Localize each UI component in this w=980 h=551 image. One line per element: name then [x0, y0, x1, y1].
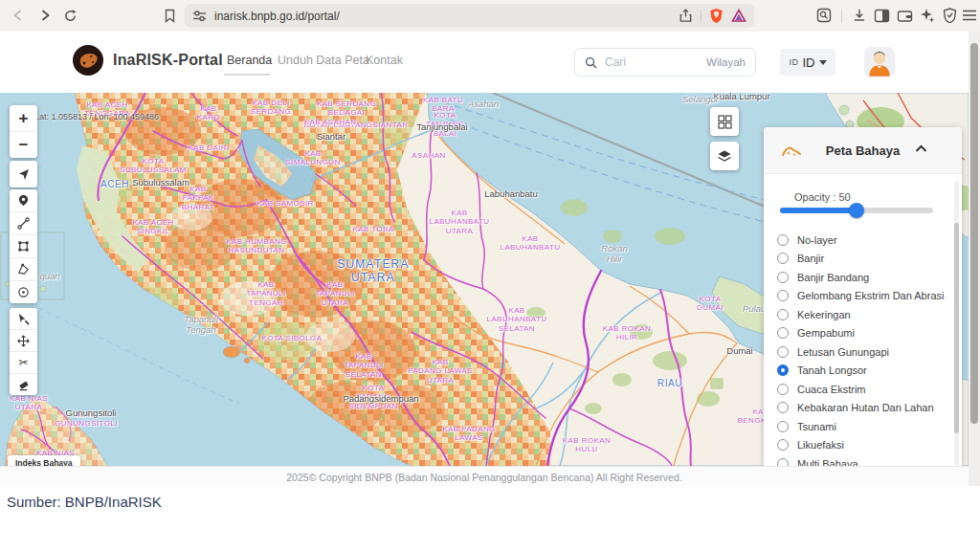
hazard-option-label: Cuaca Ekstrim — [797, 384, 866, 395]
nav-active-underline — [224, 74, 270, 76]
hazard-option-gelombang-ekstrim-dan-abrasi[interactable]: Gelombang Ekstrim Dan Abrasi — [777, 287, 949, 306]
hazard-option-label: Banjir — [797, 253, 824, 264]
opacity-label: Opacity : 50 — [794, 191, 851, 203]
locate-group — [10, 161, 37, 187]
locate-button[interactable] — [10, 161, 37, 187]
radio-icon[interactable] — [777, 346, 789, 358]
chevron-down-icon — [819, 60, 827, 65]
sidebar-icon[interactable] — [869, 3, 894, 28]
browser-toolbar: inarisk.bnpb.go.id/portal/ — [0, 0, 980, 33]
zoom-out-button[interactable]: − — [10, 132, 37, 158]
hazard-option-gempabumi[interactable]: Gempabumi — [777, 324, 949, 343]
hazard-option-kekeringan[interactable]: Kekeringan — [777, 305, 949, 324]
search-icon — [585, 56, 597, 69]
language-value: ID — [803, 55, 815, 70]
hazard-option-no-layer[interactable]: No-layer — [777, 231, 949, 250]
source-caption: Sumber: BNPB/InaRISK — [7, 494, 162, 510]
basemap-gallery-button[interactable] — [710, 107, 739, 136]
rectangle-tool-button[interactable] — [10, 235, 37, 258]
hazard-option-label: No-layer — [797, 234, 837, 246]
brave-shield-icon[interactable] — [709, 8, 724, 24]
radio-icon[interactable] — [777, 458, 789, 466]
back-icon[interactable] — [6, 3, 31, 28]
nav-beranda[interactable]: Beranda — [227, 54, 272, 67]
move-icon — [17, 335, 30, 347]
page: { "browser": { "url": "inarisk.bnpb.go.i… — [0, 0, 980, 551]
panel-title: Peta Bahaya — [764, 143, 962, 158]
caption-area: Sumber: BNPB/InaRISK — [0, 486, 980, 551]
hazard-option-banjir-bandang[interactable]: Banjir Bandang — [777, 268, 949, 287]
brave-rewards-icon[interactable] — [731, 9, 746, 23]
radio-icon[interactable] — [777, 439, 789, 451]
hazard-option-tsunami[interactable]: Tsunami — [777, 417, 949, 436]
polygon-tool-button[interactable] — [10, 258, 37, 281]
hazard-option-banjir[interactable]: Banjir — [777, 250, 949, 269]
page-footer: 2025© Copyright BNPB (Badan Nasional Pen… — [0, 466, 969, 487]
marker-tool-button[interactable] — [10, 189, 37, 212]
avatar[interactable] — [864, 47, 895, 77]
measure-line-tool-button[interactable] — [10, 212, 37, 235]
zoom-controls: + − — [10, 105, 37, 158]
search-tab-icon[interactable] — [812, 3, 836, 28]
opacity-slider[interactable] — [780, 208, 933, 213]
edit-vertices-button[interactable] — [10, 308, 37, 330]
hazard-option-label: Gempabumi — [797, 327, 855, 339]
language-dropdown[interactable]: ID ID — [780, 49, 835, 76]
hazard-legend: Indeks Bahaya — [8, 455, 80, 466]
panel-scrollbar-thumb[interactable] — [954, 223, 959, 433]
radio-icon[interactable] — [777, 309, 789, 320]
panel-scrollbar[interactable] — [954, 181, 959, 466]
panel-header[interactable]: Peta Bahaya — [764, 127, 962, 174]
radio-icon[interactable] — [777, 253, 789, 264]
brand[interactable]: InaRISK-Portal — [71, 43, 223, 77]
search-input[interactable]: Cari Wilayah — [574, 48, 756, 77]
menu-icon[interactable] — [957, 3, 980, 28]
slider-thumb[interactable] — [849, 203, 864, 218]
radio-icon[interactable] — [777, 384, 789, 395]
nav-kontak[interactable]: Kontak — [366, 54, 403, 67]
share-icon[interactable] — [679, 9, 693, 23]
search-placeholder: Cari — [605, 55, 699, 69]
hazard-option-cuaca-ekstrim[interactable]: Cuaca Ekstrim — [777, 380, 949, 399]
hazard-options: No-layerBanjirBanjir BandangGelombang Ek… — [777, 231, 949, 466]
scissors-icon: ✂ — [18, 356, 28, 369]
grid-icon — [718, 115, 732, 129]
page-scrollbar[interactable] — [969, 32, 980, 486]
radio-icon[interactable] — [777, 234, 789, 246]
legend-title: Indeks Bahaya — [15, 458, 73, 466]
hazard-option-label: Tsunami — [797, 421, 836, 432]
circle-tool-button[interactable] — [10, 281, 37, 303]
wallet-icon[interactable] — [892, 3, 917, 28]
edit-tools: ✂ — [10, 308, 37, 395]
radio-icon[interactable] — [777, 290, 789, 301]
reload-icon[interactable] — [57, 3, 82, 28]
chevron-up-icon[interactable] — [915, 144, 927, 153]
radio-icon[interactable] — [777, 402, 789, 413]
user-icon — [864, 47, 895, 77]
layers-button[interactable] — [710, 142, 739, 170]
hazard-option-multi-bahaya[interactable]: Multi Bahaya — [777, 454, 949, 466]
radio-icon[interactable] — [777, 272, 789, 283]
url-text: inarisk.bnpb.go.id/portal/ — [214, 10, 671, 23]
hazard-option-likuefaksi[interactable]: Likuefaksi — [777, 436, 949, 455]
hazard-option-label: Banjir Bandang — [797, 272, 869, 283]
bookmark-icon[interactable] — [157, 3, 182, 28]
hazard-option-label: Multi Bahaya — [797, 458, 858, 466]
page-scrollbar-thumb[interactable] — [970, 43, 978, 424]
url-bar[interactable]: inarisk.bnpb.go.id/portal/ — [185, 4, 754, 28]
erase-feature-button[interactable] — [10, 374, 37, 395]
radio-icon[interactable] — [777, 421, 789, 432]
cut-feature-button[interactable]: ✂ — [10, 352, 37, 374]
layers-icon — [717, 149, 732, 164]
hazard-option-tanah-longsor[interactable]: Tanah Longsor — [777, 362, 949, 381]
zoom-in-button[interactable]: + — [10, 105, 37, 132]
move-feature-button[interactable] — [10, 330, 37, 352]
nav-unduh-data-peta[interactable]: Unduh Data Peta — [278, 54, 369, 67]
inarisk-logo-icon — [71, 43, 105, 77]
radio-selected-icon[interactable] — [777, 364, 789, 376]
radio-icon[interactable] — [777, 327, 789, 339]
hazard-option-kebakaran-hutan-dan-lahan[interactable]: Kebakaran Hutan Dan Lahan — [777, 399, 949, 418]
polyline-icon — [17, 217, 30, 230]
hazard-option-letusan-gunungapi[interactable]: Letusan Gunungapi — [777, 342, 949, 362]
forward-icon[interactable] — [33, 3, 57, 28]
